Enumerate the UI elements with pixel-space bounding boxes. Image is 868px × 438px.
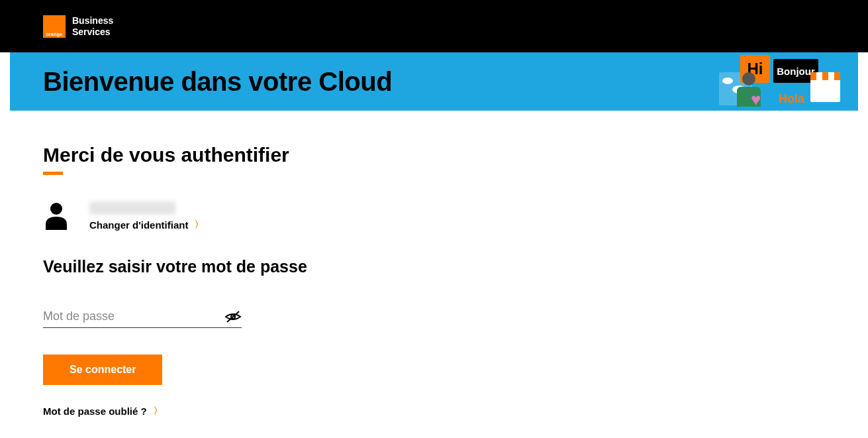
welcome-banner: Bienvenue dans votre Cloud Hi Bonjour ♥ …: [10, 52, 858, 111]
banner-title: Bienvenue dans votre Cloud: [43, 67, 392, 97]
user-info: Changer d'identifiant 〉: [89, 201, 203, 231]
forgot-password-link[interactable]: Mot de passe oublié ? 〉: [43, 405, 420, 417]
change-id-link[interactable]: Changer d'identifiant 〉: [89, 219, 203, 231]
brand-name: Business Services: [72, 15, 113, 36]
password-field-wrapper: [43, 309, 242, 328]
hola-text: Hola: [779, 92, 804, 106]
top-header: orange Business Services: [0, 0, 868, 52]
store-card-icon: [810, 72, 840, 102]
heading-underline: [43, 172, 63, 175]
password-heading: Veuillez saisir votre mot de passe: [43, 257, 420, 276]
forgot-password-label: Mot de passe oublié ?: [43, 406, 147, 417]
brand-line1: Business: [72, 15, 113, 26]
user-icon: [43, 202, 70, 230]
bonjour-text: Bonjour: [777, 66, 815, 77]
toggle-password-visibility-icon[interactable]: [224, 310, 242, 323]
banner-illustration: Hi Bonjour ♥ Hola: [719, 52, 838, 111]
orange-logo-square: orange: [43, 15, 66, 38]
user-identity-row: Changer d'identifiant 〉: [43, 201, 420, 231]
auth-heading: Merci de vous authentifier: [43, 144, 420, 166]
brand-line2: Services: [72, 27, 113, 37]
chevron-right-icon: 〉: [195, 219, 203, 231]
login-button[interactable]: Se connecter: [43, 355, 162, 385]
password-input[interactable]: [43, 309, 224, 323]
heart-icon: ♥: [751, 89, 767, 104]
orange-logo-text: orange: [46, 32, 62, 36]
svg-line-2: [227, 311, 239, 322]
chevron-right-icon: 〉: [154, 405, 162, 417]
auth-content: Merci de vous authentifier Changer d'ide…: [0, 111, 463, 438]
username-display: [89, 201, 175, 215]
brand-logo: orange Business Services: [43, 15, 113, 38]
change-id-label: Changer d'identifiant: [89, 219, 188, 231]
svg-point-0: [50, 203, 62, 215]
